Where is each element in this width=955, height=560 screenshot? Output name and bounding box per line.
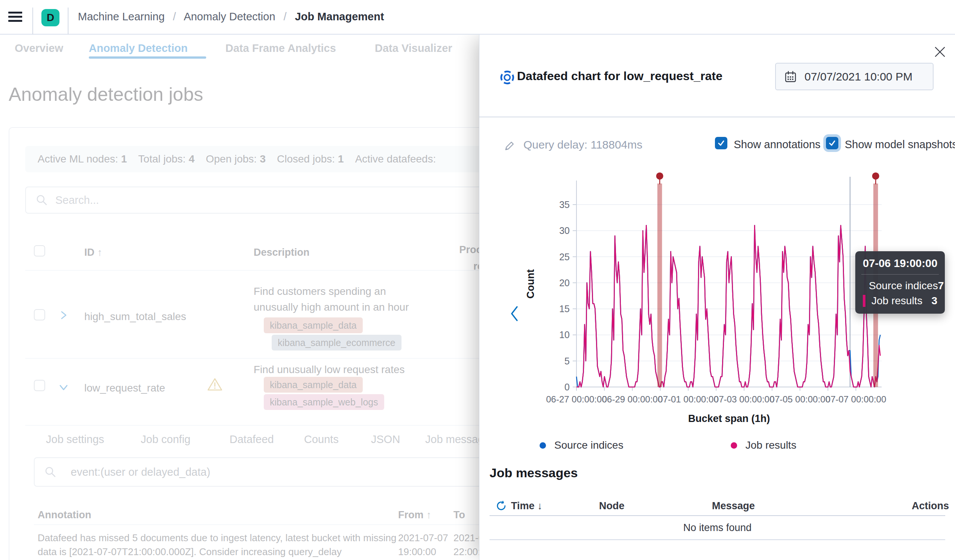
breadcrumb: Machine Learning / Anomaly Detection / J… <box>78 11 384 23</box>
close-icon[interactable] <box>933 45 947 59</box>
job-description: Find customers spending an unusually hig… <box>254 283 409 315</box>
calendar-icon <box>784 70 797 83</box>
svg-text:07-07 00:00:00: 07-07 00:00:00 <box>825 394 886 404</box>
svg-text:06-27 00:00:00: 06-27 00:00:00 <box>546 394 607 404</box>
show-annotations-label: Show annotations <box>734 138 821 151</box>
chevron-down-icon[interactable] <box>58 382 70 393</box>
breadcrumb-anomaly-detection[interactable]: Anomaly Detection <box>184 11 275 23</box>
search-icon <box>36 194 48 206</box>
edit-pencil-icon[interactable] <box>504 140 515 152</box>
table-divider <box>490 539 945 540</box>
svg-text:5: 5 <box>564 356 570 366</box>
show-model-snapshots-label: Show model snapshots <box>845 138 955 151</box>
column-header-from[interactable]: From ↑ <box>398 509 432 521</box>
refresh-icon[interactable] <box>496 500 507 512</box>
app-window: Overview Anomaly Detection Data Frame An… <box>0 0 955 560</box>
detail-tab-json[interactable]: JSON <box>371 433 400 446</box>
space-avatar[interactable]: D <box>41 9 59 26</box>
column-header-message: Message <box>712 500 755 512</box>
kibana-header: D Machine Learning / Anomaly Detection /… <box>0 0 955 34</box>
svg-text:06-29 00:00:00: 06-29 00:00:00 <box>602 394 663 404</box>
header-divider <box>68 8 69 34</box>
detail-tab-datafeed[interactable]: Datafeed <box>230 433 274 446</box>
svg-text:35: 35 <box>559 199 570 210</box>
tab-data-frame-analytics[interactable]: Data Frame Analytics <box>225 42 336 55</box>
svg-text:15: 15 <box>559 303 570 314</box>
svg-text:07-03 00:00:00: 07-03 00:00:00 <box>714 394 774 404</box>
stat-label: Open jobs: <box>206 153 257 165</box>
menu-icon[interactable] <box>8 12 22 22</box>
row-checkbox[interactable] <box>34 309 45 321</box>
annotation-from: 2021-07-07 19:00:00 <box>398 531 448 559</box>
sort-desc-icon: ↓ <box>537 500 543 512</box>
column-header-to[interactable]: To <box>453 509 465 521</box>
index-badge: kibana_sample_web_logs <box>264 394 384 410</box>
datafeed-chart-flyout: Datafeed chart for low_request_rate 07/0… <box>479 34 955 560</box>
empty-table-message: No items found <box>490 522 945 534</box>
row-checkbox[interactable] <box>34 380 45 391</box>
index-badge: kibana_sample_ecommerce <box>272 335 401 350</box>
job-id[interactable]: low_request_rate <box>84 382 165 394</box>
chart-tooltip: 07-06 19:00:00 Source indices 7 Job resu… <box>855 251 945 314</box>
show-annotations-checkbox[interactable] <box>715 137 727 149</box>
column-header-id[interactable]: ID ↑ <box>84 247 102 258</box>
stat-label: Closed jobs: <box>277 153 335 165</box>
header-divider <box>32 8 33 34</box>
warning-icon <box>207 377 223 392</box>
flyout-divider <box>479 117 955 117</box>
job-description: Find unusually low request rates <box>254 362 405 378</box>
column-header-description[interactable]: Description <box>254 247 310 258</box>
svg-text:0: 0 <box>564 382 570 392</box>
svg-text:Count: Count <box>525 269 536 299</box>
sort-asc-icon: ↑ <box>97 247 103 258</box>
legend-dot <box>731 442 737 449</box>
sort-asc-icon: ↑ <box>426 509 432 521</box>
stat-label: Total jobs: <box>138 153 186 165</box>
svg-text:25: 25 <box>559 252 570 262</box>
legend-dot <box>540 442 546 449</box>
svg-text:20: 20 <box>559 278 570 288</box>
datafeed-icon <box>499 69 515 86</box>
show-model-snapshots-checkbox[interactable] <box>826 137 838 149</box>
stat-value: 1 <box>121 153 127 165</box>
chevron-right-icon[interactable] <box>58 309 70 321</box>
detail-tab-job-settings[interactable]: Job settings <box>46 433 104 446</box>
index-badge: kibana_sample_data <box>264 377 363 393</box>
index-badge: kibana_sample_data <box>264 318 363 333</box>
active-tab-underline <box>89 56 206 59</box>
breadcrumb-separator: / <box>173 11 176 23</box>
tab-data-visualizer[interactable]: Data Visualizer <box>375 42 452 55</box>
stat-value: 4 <box>188 153 194 165</box>
svg-text:07-01 00:00:00: 07-01 00:00:00 <box>658 394 718 404</box>
flyout-title: Datafeed chart for low_request_rate <box>517 69 722 83</box>
breadcrumb-separator: / <box>284 11 287 23</box>
stat-value: 3 <box>260 153 266 165</box>
legend-item-job-results[interactable]: Job results <box>731 439 796 451</box>
column-header-annotation: Annotation <box>38 509 91 521</box>
jobs-search-placeholder: Search... <box>55 194 99 206</box>
breadcrumb-job-management: Job Management <box>295 11 384 23</box>
column-header-actions: Actions <box>912 500 949 512</box>
series-swatch <box>863 295 866 307</box>
stat-value: 1 <box>338 153 344 165</box>
breadcrumb-machine-learning[interactable]: Machine Learning <box>78 11 165 23</box>
job-messages-heading: Job messages <box>490 466 578 480</box>
column-header-time[interactable]: Time ↓ <box>511 500 543 512</box>
detail-tab-counts[interactable]: Counts <box>304 433 339 446</box>
legend-item-source-indices[interactable]: Source indices <box>540 439 623 451</box>
stat-label: Active ML nodes: <box>38 153 118 165</box>
svg-text:Bucket span (1h): Bucket span (1h) <box>688 413 770 424</box>
tab-overview[interactable]: Overview <box>15 42 63 55</box>
annotations-search-value: event:(user or delayed_data) <box>71 466 210 479</box>
job-id[interactable]: high_sum_total_sales <box>84 311 186 323</box>
select-all-checkbox[interactable] <box>34 245 45 257</box>
tooltip-row: Job results 3 <box>863 293 937 308</box>
detail-tab-job-config[interactable]: Job config <box>141 433 190 446</box>
date-picker[interactable]: 07/07/2021 10:00 PM <box>775 63 933 90</box>
svg-text:07-05 00:00:00: 07-05 00:00:00 <box>769 394 830 404</box>
stat-label: Active datafeeds: <box>355 153 436 165</box>
tooltip-row: Source indices 7 <box>863 278 937 293</box>
annotation-text: Datafeed has missed 5 documents due to i… <box>38 531 396 559</box>
tooltip-timestamp: 07-06 19:00:00 <box>863 257 937 270</box>
tab-anomaly-detection[interactable]: Anomaly Detection <box>89 42 188 55</box>
